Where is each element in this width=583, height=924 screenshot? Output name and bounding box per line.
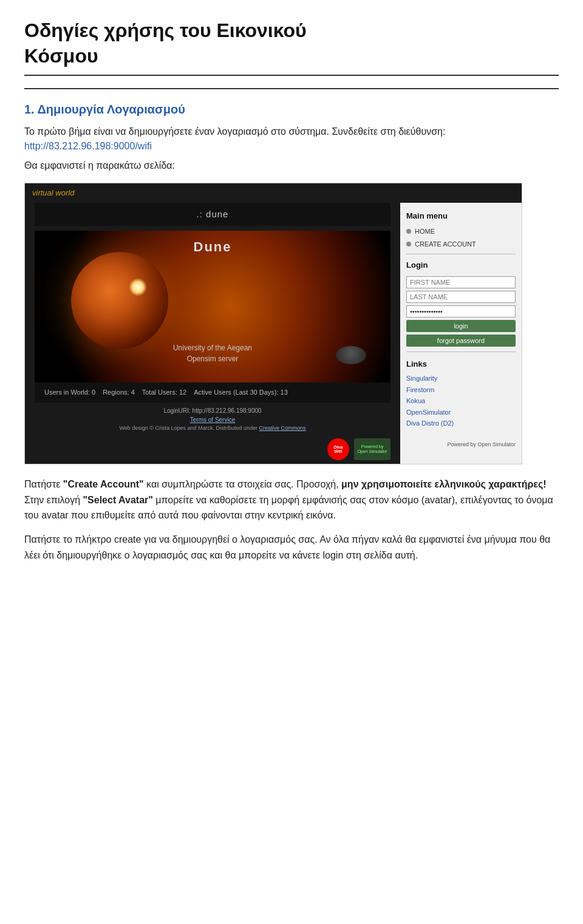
vw-divider2	[406, 352, 516, 352]
stat-active-users: Active Users (Last 30 Days): 13	[194, 387, 288, 398]
vw-link-firestorm[interactable]: Firestorm	[406, 385, 516, 395]
vw-footer-logos: DivaWifi Powered byOpen Simulator	[25, 436, 400, 464]
vw-cc-link[interactable]: Creative Commons	[259, 425, 306, 431]
vw-footer-links: LoginURI: http://83.212.96.198:9000 Term…	[25, 403, 400, 437]
stat-total-users: Total Users: 12	[142, 387, 186, 398]
title-divider	[24, 88, 559, 89]
vw-last-name-input[interactable]	[406, 291, 516, 303]
vw-divider1	[406, 254, 516, 254]
vw-stats-bar: Users in World: 0 Regions: 4 Total Users…	[35, 382, 390, 403]
vw-link-singularity[interactable]: Singularity	[406, 373, 516, 384]
vw-logo-text: .: dune	[44, 208, 381, 222]
vw-links-section: Links Singularity Firestorm Kokua OpenSi…	[406, 358, 516, 429]
vw-menu-home[interactable]: HOME	[406, 226, 516, 237]
vw-left-panel: .: dune Dune University of the Aegean Op…	[25, 203, 400, 464]
vw-login-section: Login login forgot password	[406, 259, 516, 347]
section1-text2: Θα εμφανιστεί η παρακάτω σελίδα:	[24, 158, 559, 173]
vw-subtitle: University of the Aegean Opensim server	[35, 342, 390, 364]
vw-forgot-password-button[interactable]: forgot password	[406, 335, 516, 347]
vw-mainmenu-heading: Main menu	[406, 210, 516, 222]
vw-tos-link[interactable]: Terms of Service	[190, 416, 235, 423]
vw-menu-create-icon	[406, 242, 411, 246]
vw-login-uri: LoginURI: http://83.212.96.198:9000	[35, 406, 390, 415]
page-title: Οδηγίες χρήσης του Εικονικού Κόσμου	[24, 18, 559, 76]
vw-topbar: virtual virtual worldworld	[25, 183, 522, 203]
vw-planet-glow	[129, 278, 147, 296]
vw-planet-image: Dune University of the Aegean Opensim se…	[35, 231, 390, 382]
vw-brand: virtual virtual worldworld	[32, 187, 74, 199]
vw-link-diva[interactable]: Diva Distro (D2)	[406, 418, 516, 429]
stat-users-world: Users in World: 0	[44, 387, 95, 398]
vw-dune-title: Dune	[35, 237, 390, 257]
vw-link-kokua[interactable]: Kokua	[406, 396, 516, 406]
stat-regions: Regions: 4	[103, 387, 135, 398]
vw-menu-home-icon	[406, 229, 411, 234]
section1-after-text: Πατήστε "Create Account" και συμπληρώστε…	[24, 477, 559, 523]
vw-links-heading: Links	[406, 358, 516, 370]
vw-menu-create-account[interactable]: CREATE ACCOUNT	[406, 239, 516, 250]
vw-logo-area: .: dune	[35, 203, 390, 226]
vw-right-panel: Main menu HOME CREATE ACCOUNT Login logi…	[400, 203, 522, 464]
vw-diva-logo: DivaWifi	[327, 438, 349, 460]
vw-link-opensimulator[interactable]: OpenSimulator	[406, 407, 516, 418]
vw-opensim-logo: Powered byOpen Simulator	[354, 438, 390, 460]
vw-login-button[interactable]: login	[406, 320, 516, 332]
vw-planet-sphere	[71, 252, 168, 349]
section1-para2: Πατήστε το πλήκτρο create για να δημιουρ…	[24, 532, 559, 563]
vw-first-name-input[interactable]	[406, 276, 516, 288]
vw-webdesign-text: Web design © Crista Lopes and Marck. Dis…	[35, 424, 390, 433]
vw-login-heading: Login	[406, 259, 516, 271]
vw-main-content: .: dune Dune University of the Aegean Op…	[25, 203, 522, 464]
vw-powered-by: Powered by Open Simulator	[406, 441, 516, 449]
section1-heading: 1. Δημιουργία Λογαριασμού	[24, 100, 559, 118]
section1-text1: Το πρώτο βήμα είναι να δημιουργήσετε ένα…	[24, 124, 559, 154]
wifi-link[interactable]: http://83.212.96.198:9000/wifi	[24, 141, 152, 151]
vw-password-input[interactable]	[406, 305, 516, 318]
screenshot-container: virtual virtual worldworld .: dune Dune …	[24, 183, 522, 464]
